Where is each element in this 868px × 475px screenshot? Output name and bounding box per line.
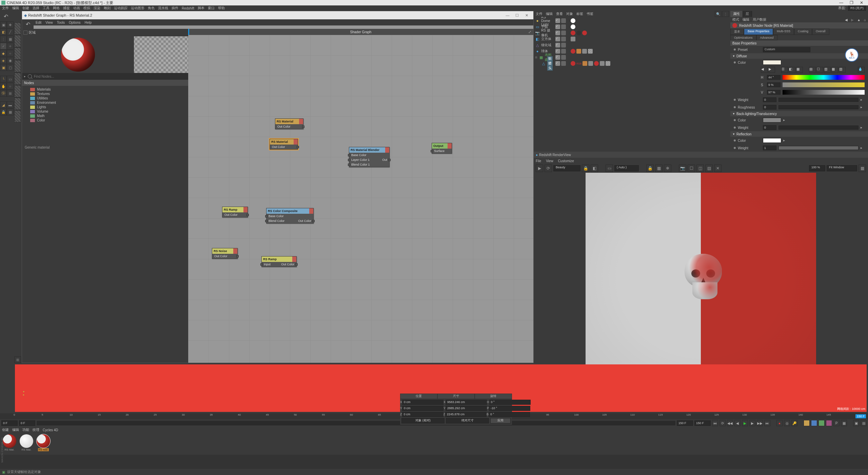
mat-menu-item[interactable]: 创建 <box>2 428 9 432</box>
coord-mode-dropdown[interactable]: 对象 (相对) <box>401 418 445 423</box>
shader-close[interactable]: ✕ <box>522 13 531 18</box>
tool-k[interactable]: ▬ <box>7 101 14 108</box>
render-button[interactable]: ▶ <box>536 165 543 172</box>
object-item[interactable]: ◧立方体 <box>535 36 553 42</box>
hue-slider[interactable] <box>783 75 865 80</box>
colorbtn[interactable]: ◀ <box>761 67 768 73</box>
opt-g[interactable]: ▣ <box>853 420 859 426</box>
mat-menu-item[interactable]: 编辑 <box>12 428 19 432</box>
tool-f[interactable]: ▢ <box>7 64 14 71</box>
menu-item[interactable]: 编辑 <box>12 6 19 11</box>
attrib-menu-item[interactable]: 模式 <box>732 17 739 22</box>
rv-menu-item[interactable]: File <box>536 159 541 163</box>
grid-icon[interactable]: ▦ <box>655 165 663 172</box>
size-x[interactable] <box>446 400 487 405</box>
node-category[interactable]: Materials <box>25 87 185 92</box>
tool-b[interactable]: ○ <box>7 50 14 57</box>
region-button[interactable]: ▭ <box>606 165 613 172</box>
menu-item[interactable]: 角色 <box>148 6 155 11</box>
eyedropper-icon[interactable]: 💧 <box>858 67 865 73</box>
node-category[interactable]: Color <box>25 118 185 122</box>
refl-header[interactable]: Reflection <box>736 132 751 136</box>
menu-item[interactable]: 帮助 <box>218 6 225 11</box>
tool-l[interactable]: ▦ <box>7 109 14 115</box>
tool-L[interactable]: └ <box>0 76 7 82</box>
material-slot[interactable]: RS Mat. <box>36 434 51 453</box>
tool-a[interactable]: ◆ <box>0 50 7 57</box>
shader-titlebar[interactable]: ◆ Redshift Shader Graph - RS Material.2 … <box>22 11 533 19</box>
shader-menu-item[interactable]: View <box>45 21 53 24</box>
zoom-input[interactable]: 100 % <box>809 165 825 171</box>
menu-item[interactable]: 插件 <box>172 6 178 11</box>
goto-end-button[interactable]: ⏭ <box>764 420 770 426</box>
node-rs-ramp[interactable]: RS Ramp InputOut Color <box>261 256 297 267</box>
menu-item[interactable]: 捕捉 <box>63 6 70 11</box>
tool-i[interactable]: ⊞ <box>7 90 14 97</box>
shader-undo[interactable]: ↶ <box>22 19 34 29</box>
texture-slot[interactable] <box>14 60 21 72</box>
node-category[interactable]: Math <box>25 114 185 118</box>
grid-toggle[interactable]: ⊞ <box>14 356 21 363</box>
tool-poly[interactable]: ▦ <box>7 36 14 42</box>
tool-lock[interactable]: 🔒 <box>0 109 7 115</box>
node-category[interactable]: Lights <box>25 105 185 109</box>
rough-slider[interactable] <box>778 105 859 109</box>
object-item[interactable]: ●RS Dome Light <box>535 18 553 24</box>
sat-input[interactable] <box>767 82 781 87</box>
play-button[interactable]: ▶ <box>742 420 748 426</box>
prev-key-button[interactable]: ◀◀ <box>727 420 733 426</box>
menu-item[interactable]: 窗口 <box>208 6 215 11</box>
obj-filter-icon[interactable]: ⋮ <box>722 11 729 17</box>
menu-item[interactable]: 模拟 <box>83 6 90 11</box>
mat-menu-item[interactable]: 纹理 <box>33 428 39 432</box>
opt-c[interactable] <box>818 420 825 426</box>
tool-j[interactable]: ◢ <box>0 101 7 108</box>
rv-tool[interactable]: ▤ <box>705 165 713 172</box>
nav-fwd-icon[interactable]: ▶ <box>851 18 854 22</box>
rv-tool[interactable]: 🔒 <box>582 165 589 172</box>
texture-slot[interactable] <box>14 48 21 60</box>
colorbtn[interactable]: ◧ <box>789 67 795 73</box>
node-category[interactable]: Textures <box>25 92 185 96</box>
object-tree[interactable]: ●RS Dome Light ▭平面 📷RS 摄像机 ◧立方体 △细化域 ●球体… <box>534 17 554 89</box>
shader-menu-item[interactable]: Help <box>85 21 92 24</box>
subtab[interactable]: Coating <box>794 28 812 35</box>
mat-menu-item[interactable]: Cycles 4D <box>43 428 58 432</box>
nav-back-icon[interactable]: ◀ <box>845 18 848 22</box>
region-mode-dropdown[interactable]: ( Auto ) <box>614 165 639 171</box>
texture-slot[interactable] <box>14 110 21 122</box>
attrib-menu-item[interactable]: 用户数据 <box>753 17 766 22</box>
local-checkbox[interactable] <box>23 31 27 35</box>
tool-edge[interactable]: ╱ <box>7 28 14 35</box>
menu-item[interactable]: 动画 <box>73 6 80 11</box>
texture-slot[interactable] <box>14 85 21 97</box>
tool-move[interactable]: ✥ <box>7 21 14 28</box>
colorbtn[interactable]: ☰ <box>781 67 788 73</box>
tool-hand[interactable]: ✋ <box>0 83 7 90</box>
autokey-button[interactable]: ◎ <box>784 420 790 426</box>
subtab[interactable]: Overall <box>812 28 829 35</box>
rv-tool[interactable]: ▦ <box>859 165 866 172</box>
tool-axis[interactable]: ✧ <box>7 43 14 50</box>
shader-maximize[interactable]: ☐ <box>512 13 522 18</box>
menu-item[interactable]: 脚本 <box>198 6 204 11</box>
tool-g[interactable]: ▭ <box>7 76 14 82</box>
expand-icon[interactable]: ⤢ <box>528 30 531 34</box>
obj-menu-item[interactable]: 查看 <box>556 12 563 16</box>
rv-tool[interactable]: ✕ <box>714 165 722 172</box>
rot-b[interactable] <box>489 412 530 417</box>
link-icon[interactable]: ▸ <box>783 138 787 142</box>
node-rs-noise[interactable]: RS Noise Out Color <box>212 248 238 259</box>
bl-color-swatch[interactable] <box>763 118 781 122</box>
bl-weight-slider[interactable] <box>778 126 859 130</box>
material-slot[interactable]: RS Mat. <box>19 434 34 453</box>
current-frame-input[interactable] <box>19 420 35 426</box>
record-button[interactable]: ● <box>776 420 783 426</box>
tool-h[interactable]: ○ <box>7 83 14 90</box>
colorbtn[interactable]: ☐ <box>816 67 823 73</box>
tool-snap[interactable]: Ⓢ <box>0 90 7 97</box>
val-input[interactable] <box>767 90 781 95</box>
mat-menu-item[interactable]: 功能 <box>22 428 29 432</box>
link-icon[interactable]: ▸ <box>861 98 865 102</box>
find-nodes-input[interactable] <box>34 75 186 78</box>
